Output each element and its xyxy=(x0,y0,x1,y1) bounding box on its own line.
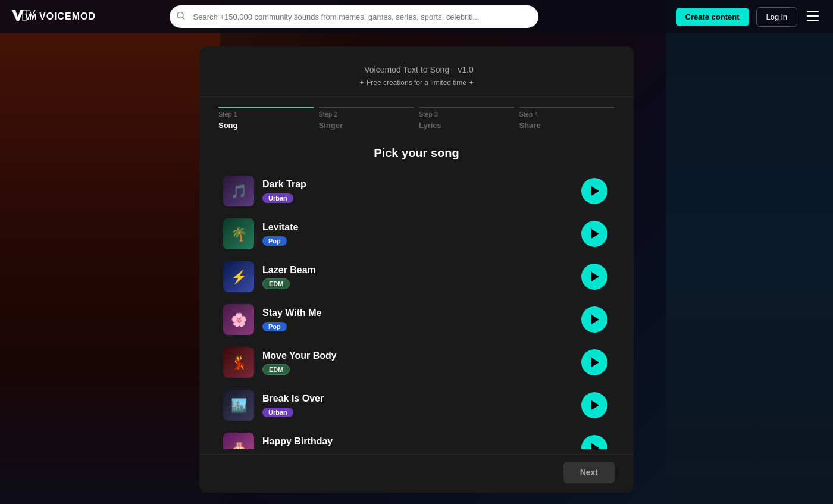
song-name-stay-with-me: Stay With Me xyxy=(262,308,573,318)
song-tag-levitate: Pop xyxy=(262,236,287,246)
song-name-happy-birthday: Happy Birthday xyxy=(262,436,573,447)
step-2-num: Step 2 xyxy=(319,111,415,118)
song-name-levitate: Levitate xyxy=(262,222,573,233)
song-item-dark-trap[interactable]: 🎵 Dark Trap Urban xyxy=(218,170,612,212)
song-info-break-is-over: Break Is Over Urban xyxy=(262,393,573,417)
song-tag-move-your-body: EDM xyxy=(262,364,290,375)
play-button-levitate[interactable] xyxy=(581,221,607,247)
song-item-happy-birthday[interactable]: 🎂 Happy Birthday Meme xyxy=(218,427,612,449)
song-thumb-levitate: 🌴 xyxy=(223,218,254,249)
song-info-levitate: Levitate Pop xyxy=(262,222,573,246)
play-button-happy-birthday[interactable] xyxy=(581,435,607,449)
step-4: Step 4 Share xyxy=(519,107,615,130)
step-1-num: Step 1 xyxy=(218,111,314,118)
song-thumb-break-is-over: 🏙️ xyxy=(223,390,254,421)
song-thumb-happy-birthday: 🎂 xyxy=(223,433,254,449)
step-3: Step 3 Lyrics xyxy=(419,107,515,130)
step-3-name: Lyrics xyxy=(419,121,515,130)
modal-subtitle: ✦ Free creations for a limited time ✦ xyxy=(218,79,615,87)
step-4-num: Step 4 xyxy=(519,111,615,118)
play-icon-move-your-body xyxy=(591,358,599,367)
logo-icon: VM xyxy=(12,8,36,26)
modal-body: Pick your song 🎵 Dark Trap Urban 🌴 Levit… xyxy=(199,137,634,454)
svg-rect-3 xyxy=(807,11,819,12)
song-item-lazer-beam[interactable]: ⚡ Lazer Beam EDM xyxy=(218,255,612,298)
song-tag-break-is-over: Urban xyxy=(262,408,293,417)
song-name-lazer-beam: Lazer Beam xyxy=(262,265,573,276)
search-input[interactable] xyxy=(170,5,538,28)
logo-text: VOICEMOD xyxy=(39,11,96,22)
step-2-bar xyxy=(319,107,415,108)
svg-text:⚡: ⚡ xyxy=(231,269,248,285)
modal-title-text: Voicemod Text to Song xyxy=(364,65,449,74)
song-thumb-move-your-body: 💃 xyxy=(223,347,254,378)
play-icon-break-is-over xyxy=(591,400,599,410)
modal-header: Voicemod Text to Song v1.0 ✦ Free creati… xyxy=(199,46,634,97)
song-info-stay-with-me: Stay With Me Pop xyxy=(262,308,573,331)
login-button[interactable]: Log in xyxy=(756,7,797,27)
play-button-stay-with-me[interactable] xyxy=(581,306,607,333)
navbar-right: Create content Log in xyxy=(676,7,821,27)
play-button-break-is-over[interactable] xyxy=(581,392,607,418)
svg-point-1 xyxy=(177,12,183,18)
play-icon-dark-trap xyxy=(591,186,599,196)
step-1-name: Song xyxy=(218,121,314,130)
step-2-name: Singer xyxy=(319,121,415,130)
pick-song-title: Pick your song xyxy=(218,146,615,160)
hamburger-menu-icon[interactable] xyxy=(804,8,821,26)
song-thumb-dark-trap: 🎵 xyxy=(223,176,254,206)
song-item-stay-with-me[interactable]: 🌸 Stay With Me Pop xyxy=(218,298,612,341)
step-1-bar xyxy=(218,107,314,108)
search-bar xyxy=(170,5,538,28)
next-button[interactable]: Next xyxy=(563,462,615,483)
song-thumb-lazer-beam: ⚡ xyxy=(223,261,254,292)
song-thumb-stay-with-me: 🌸 xyxy=(223,304,254,335)
svg-text:🌴: 🌴 xyxy=(231,226,248,242)
bg-right-panel xyxy=(666,0,833,504)
svg-text:🎂: 🎂 xyxy=(231,440,248,449)
text-to-song-modal: Voicemod Text to Song v1.0 ✦ Free creati… xyxy=(199,46,634,493)
step-3-bar xyxy=(419,107,515,108)
svg-line-2 xyxy=(183,18,184,20)
play-icon-levitate xyxy=(591,229,599,239)
song-tag-dark-trap: Urban xyxy=(262,193,293,203)
song-item-break-is-over[interactable]: 🏙️ Break Is Over Urban xyxy=(218,384,612,427)
play-icon-lazer-beam xyxy=(591,272,599,281)
svg-rect-5 xyxy=(807,20,819,21)
song-list: 🎵 Dark Trap Urban 🌴 Levitate Pop ⚡ xyxy=(218,170,615,449)
step-2: Step 2 Singer xyxy=(319,107,415,130)
svg-rect-4 xyxy=(807,15,819,17)
logo: VM VOICEMOD xyxy=(12,8,96,26)
song-info-move-your-body: Move Your Body EDM xyxy=(262,350,573,375)
play-button-dark-trap[interactable] xyxy=(581,178,607,204)
song-name-dark-trap: Dark Trap xyxy=(262,179,573,190)
play-icon-happy-birthday xyxy=(591,443,599,449)
steps-container: Step 1 Song Step 2 Singer Step 3 Lyrics … xyxy=(199,97,634,137)
song-tag-stay-with-me: Pop xyxy=(262,322,287,331)
song-info-lazer-beam: Lazer Beam EDM xyxy=(262,265,573,289)
bg-left-panel xyxy=(0,0,220,504)
modal-title: Voicemod Text to Song v1.0 xyxy=(218,61,615,76)
search-icon xyxy=(177,12,185,22)
modal-version: v1.0 xyxy=(458,65,473,74)
svg-text:VM: VM xyxy=(25,12,36,21)
play-button-move-your-body[interactable] xyxy=(581,349,607,375)
song-info-dark-trap: Dark Trap Urban xyxy=(262,179,573,203)
create-content-button[interactable]: Create content xyxy=(676,8,749,26)
play-button-lazer-beam[interactable] xyxy=(581,264,607,290)
play-icon-stay-with-me xyxy=(591,315,599,324)
svg-text:🏙️: 🏙️ xyxy=(231,397,248,414)
song-info-happy-birthday: Happy Birthday Meme xyxy=(262,436,573,449)
svg-text:🌸: 🌸 xyxy=(231,312,248,328)
svg-text:💃: 💃 xyxy=(231,355,248,371)
step-3-num: Step 3 xyxy=(419,111,515,118)
step-4-name: Share xyxy=(519,121,615,130)
song-name-move-your-body: Move Your Body xyxy=(262,350,573,361)
song-name-break-is-over: Break Is Over xyxy=(262,393,573,404)
song-item-levitate[interactable]: 🌴 Levitate Pop xyxy=(218,212,612,255)
svg-text:🎵: 🎵 xyxy=(231,183,248,199)
step-4-bar xyxy=(519,107,615,108)
modal-footer: Next xyxy=(199,454,634,493)
song-item-move-your-body[interactable]: 💃 Move Your Body EDM xyxy=(218,341,612,384)
navbar: VM VOICEMOD Create content Log in xyxy=(0,0,833,33)
